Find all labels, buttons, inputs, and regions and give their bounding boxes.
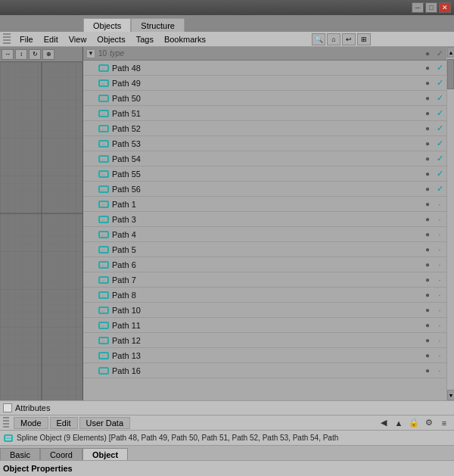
list-item[interactable]: ↔ Path 5●·	[83, 242, 446, 257]
row-dot: ●	[422, 336, 433, 344]
tab-objects[interactable]: Objects	[83, 18, 131, 32]
object-properties-header: Object Properties	[0, 461, 454, 476]
viewport-toolbar: ↔ ↕ ↻ ⊕	[0, 47, 82, 62]
svg-text:↔: ↔	[101, 67, 105, 71]
vp-vert-btn[interactable]: ↕	[15, 49, 27, 60]
object-properties-label: Object Properties	[3, 464, 73, 473]
row-check: ✓	[433, 123, 446, 133]
menu-objects[interactable]: Objects	[92, 34, 129, 45]
scrollbar-right[interactable]: ▲ ▼	[446, 47, 454, 400]
tab-object[interactable]: Object	[82, 448, 128, 460]
bottom-toolbar-handle	[3, 417, 9, 429]
viewport-grid	[0, 62, 82, 400]
menu-edit[interactable]: Edit	[39, 34, 63, 45]
list-item[interactable]: ↔ Path 12●·	[83, 333, 446, 348]
row-check: ·	[433, 306, 446, 315]
row-check: ✓	[433, 63, 446, 73]
row-dot: ●	[422, 94, 433, 102]
list-item[interactable]: ↔ Path 6●·	[83, 257, 446, 272]
attributes-checkbox[interactable]	[3, 403, 12, 412]
path-name-label: Path 4	[112, 230, 422, 239]
list-item[interactable]: ↔ Path 55●✓	[83, 166, 446, 182]
path-name-label: Path 5	[112, 245, 422, 254]
tab-coord[interactable]: Coord	[40, 448, 82, 460]
svg-text:↔: ↔	[101, 233, 105, 238]
edit-button[interactable]: Edit	[50, 417, 78, 429]
list-item[interactable]: ↔ Path 16●·	[83, 363, 446, 378]
back-icon[interactable]: ◀	[377, 417, 390, 429]
up-icon[interactable]: ▲	[392, 417, 406, 429]
list-item[interactable]: ↔ Path 13●·	[83, 348, 446, 363]
scroll-down-btn[interactable]: ▼	[447, 390, 454, 400]
row-dot: ●	[422, 124, 433, 132]
more-icon[interactable]: ≡	[437, 417, 451, 429]
svg-text:↔: ↔	[101, 218, 105, 222]
spline-path-icon: ↔	[98, 275, 109, 285]
list-item[interactable]: ↔ Path 8●·	[83, 288, 446, 303]
path-name-label: Path 12	[112, 336, 422, 345]
menu-file[interactable]: File	[15, 34, 38, 45]
scroll-thumb[interactable]	[447, 59, 454, 89]
vp-move-btn[interactable]: ↔	[2, 49, 14, 60]
row-check: ·	[433, 336, 446, 345]
spline-path-icon: ↔	[98, 335, 109, 346]
list-area[interactable]: ↔ Path 48●✓ ↔ Path 49●✓ ↔ Path 50●✓ ↔ Pa…	[83, 61, 446, 400]
list-item[interactable]: ↔ Path 1●·	[83, 197, 446, 212]
list-item[interactable]: ↔ Path 53●✓	[83, 136, 446, 151]
list-item[interactable]: ↔ Path 54●✓	[83, 151, 446, 166]
home-icon-btn[interactable]: ⌂	[327, 33, 340, 45]
path-name-label: Path 7	[112, 275, 422, 285]
minimize-button[interactable]: ─	[412, 2, 424, 13]
vp-rot-btn[interactable]: ↻	[29, 49, 41, 60]
list-item[interactable]: ↔ Path 4●·	[83, 227, 446, 242]
maximize-button[interactable]: □	[425, 2, 437, 13]
list-item[interactable]: ↔ Path 11●·	[83, 318, 446, 333]
menu-view[interactable]: View	[64, 34, 92, 45]
list-item[interactable]: ↔ Path 10●·	[83, 303, 446, 318]
nav-icon-btn[interactable]: ↩	[342, 33, 356, 45]
user-data-button[interactable]: User Data	[79, 417, 131, 429]
spline-path-icon: ↔	[98, 199, 109, 210]
list-item[interactable]: ↔ Path 51●✓	[83, 106, 446, 121]
viewport: ↔ ↕ ↻ ⊕	[0, 47, 83, 400]
settings-icon[interactable]: ⚙	[422, 417, 436, 429]
expand-icon-btn[interactable]: ⊞	[357, 33, 371, 45]
row-dot: ●	[422, 215, 433, 223]
expand-button[interactable]: ▼	[86, 49, 95, 58]
list-item[interactable]: ↔ Path 49●✓	[83, 76, 446, 91]
search-icon-btn[interactable]: 🔍	[312, 33, 325, 45]
tab-structure[interactable]: Structure	[131, 18, 185, 32]
svg-text:↔: ↔	[101, 97, 105, 101]
row-dot: ●	[422, 245, 433, 254]
vp-zoom-btn[interactable]: ⊕	[42, 49, 54, 60]
tab-basic[interactable]: Basic	[0, 448, 40, 460]
path-name-label: Path 54	[112, 154, 422, 163]
path-name-label: Path 3	[112, 215, 422, 224]
mode-button[interactable]: Mode	[14, 417, 48, 429]
list-item[interactable]: ↔ Path 56●✓	[83, 182, 446, 197]
spline-path-icon: ↔	[98, 305, 109, 316]
scroll-track[interactable]	[447, 58, 454, 390]
svg-text:↔: ↔	[101, 188, 105, 192]
svg-text:↔: ↔	[101, 112, 105, 117]
list-item[interactable]: ↔ Path 3●·	[83, 212, 446, 227]
row-dot: ●	[422, 366, 433, 375]
column-number: 10	[98, 49, 107, 58]
lock-icon[interactable]: 🔒	[407, 417, 421, 429]
svg-text:↔: ↔	[101, 369, 105, 374]
path-name-label: Path 56	[112, 185, 422, 194]
list-item[interactable]: ↔ Path 50●✓	[83, 91, 446, 106]
list-item[interactable]: ↔ Path 48●✓	[83, 61, 446, 76]
svg-text:↔: ↔	[101, 248, 105, 253]
path-name-label: Path 8	[112, 291, 422, 300]
spline-path-icon: ↔	[98, 184, 109, 194]
list-item[interactable]: ↔ Path 7●·	[83, 272, 446, 288]
close-button[interactable]: ✕	[439, 2, 451, 13]
scroll-up-btn[interactable]: ▲	[447, 47, 454, 58]
row-dot: ●	[422, 139, 433, 148]
menu-bookmarks[interactable]: Bookmarks	[160, 34, 210, 45]
row-dot: ●	[422, 275, 433, 284]
list-item[interactable]: ↔ Path 52●✓	[83, 121, 446, 136]
spline-path-icon: ↔	[98, 154, 109, 164]
menu-tags[interactable]: Tags	[132, 34, 158, 45]
